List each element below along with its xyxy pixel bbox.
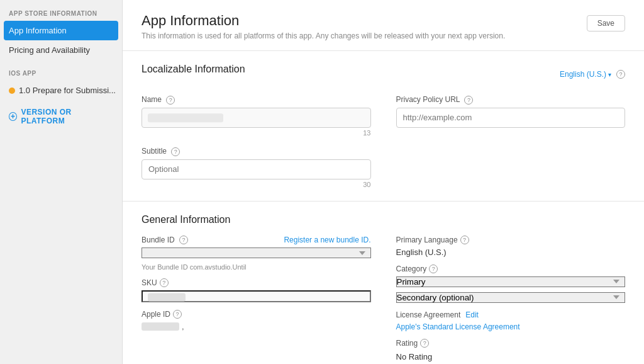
privacy-policy-url-input[interactable]: [396, 108, 626, 128]
localizable-fields: Name ? 13 Subtitle: [142, 95, 625, 188]
name-input[interactable]: [142, 108, 371, 128]
category-help-icon[interactable]: ?: [429, 264, 438, 273]
localizable-section: Localizable Information English (U.S.) ▾…: [123, 51, 644, 202]
bundle-id-select[interactable]: [142, 247, 371, 258]
category-label: Category ?: [396, 264, 626, 273]
subtitle-label: Subtitle ?: [142, 147, 371, 156]
primary-language-help-icon[interactable]: ?: [460, 236, 469, 244]
sidebar-section-ios-app: iOS App: [0, 60, 122, 81]
sku-group: SKU ?: [142, 278, 371, 302]
bundle-id-group: Bundle ID ? Register a new bundle ID. Yo…: [142, 236, 371, 271]
sku-label: SKU ?: [142, 278, 371, 287]
localizable-title: Localizable Information: [142, 64, 245, 75]
add-version-label: Version or Platform: [21, 108, 113, 125]
page-title: App Information: [142, 13, 505, 29]
sku-input[interactable]: [142, 290, 371, 302]
sidebar-version-item[interactable]: 1.0 Prepare for Submissi...: [0, 81, 122, 100]
lang-chevron-icon: ▾: [608, 71, 611, 78]
rating-group: Rating ? No Rating: [396, 339, 626, 363]
rating-label: Rating ?: [396, 339, 626, 348]
category-primary-select[interactable]: Primary: [396, 276, 626, 287]
general-left: Bundle ID ? Register a new bundle ID. Yo…: [142, 236, 371, 363]
rating-value: No Rating: [396, 351, 626, 363]
general-title: General Information: [142, 214, 625, 225]
apple-id-help-icon[interactable]: ?: [173, 310, 182, 319]
register-bundle-id-link[interactable]: Register a new bundle ID.: [284, 236, 370, 244]
localizable-right: Privacy Policy URL ?: [396, 95, 626, 188]
privacy-policy-url-help-icon[interactable]: ?: [464, 96, 473, 105]
license-agreement-label: License Agreement: [396, 310, 461, 319]
version-label: 1.0 Prepare for Submissi...: [19, 86, 116, 95]
bundle-id-row: Bundle ID ? Register a new bundle ID.: [142, 236, 371, 245]
subtitle-field-group: Subtitle ? 30: [142, 147, 371, 188]
sku-help-icon[interactable]: ?: [160, 278, 169, 287]
general-fields: Bundle ID ? Register a new bundle ID. Yo…: [142, 236, 625, 363]
license-row: License Agreement Edit: [396, 310, 626, 319]
primary-language-group: Primary Language ? English (U.S.): [396, 236, 626, 257]
add-version-icon: +: [9, 112, 17, 121]
sidebar-item-app-information[interactable]: App Information: [4, 21, 118, 40]
main-header: App Information This information is used…: [123, 0, 644, 51]
language-selector-label: English (U.S.): [560, 70, 606, 79]
name-field-group: Name ? 13: [142, 95, 371, 137]
privacy-policy-url-group: Privacy Policy URL ?: [396, 95, 626, 128]
apple-id-group: Apple ID ? ,: [142, 310, 371, 331]
category-secondary-select[interactable]: Secondary (optional): [396, 292, 626, 303]
bundle-id-note: Your Bundle ID com.avstudio.Until: [142, 263, 371, 271]
license-agreement-group: License Agreement Edit Apple's Standard …: [396, 310, 626, 331]
apple-id-comma: ,: [182, 322, 184, 331]
bundle-id-label: Bundle ID ?: [142, 236, 188, 245]
sidebar-add-version[interactable]: + Version or Platform: [0, 103, 122, 130]
name-help-icon[interactable]: ?: [166, 96, 175, 105]
name-char-count: 13: [142, 129, 371, 137]
sidebar-item-pricing-availability[interactable]: Pricing and Availability: [0, 40, 122, 60]
sku-input-wrapper: [142, 290, 371, 302]
apple-standard-license-link[interactable]: Apple's Standard License Agreement: [396, 322, 520, 331]
apple-id-value-row: ,: [142, 322, 371, 331]
localizable-help-icon[interactable]: ?: [616, 70, 625, 79]
save-button[interactable]: Save: [587, 15, 625, 31]
apple-id-label: Apple ID ?: [142, 310, 371, 319]
localizable-section-header: Localizable Information English (U.S.) ▾…: [142, 64, 625, 85]
page-description: This information is used for all platfor…: [142, 31, 505, 40]
bundle-id-help-icon[interactable]: ?: [179, 236, 188, 244]
category-group: Category ? Primary Secondary (optional): [396, 264, 626, 303]
subtitle-help-icon[interactable]: ?: [171, 147, 180, 156]
sidebar-section-store-info: App Store Information: [0, 0, 122, 21]
language-selector[interactable]: English (U.S.) ▾: [560, 70, 611, 79]
version-status-dot: [9, 88, 15, 94]
general-right: Primary Language ? English (U.S.) Catego…: [396, 236, 626, 363]
license-edit-link[interactable]: Edit: [465, 310, 479, 319]
primary-language-value: English (U.S.): [396, 247, 626, 257]
privacy-policy-url-label: Privacy Policy URL ?: [396, 95, 626, 105]
subtitle-input[interactable]: [142, 159, 371, 179]
rating-help-icon[interactable]: ?: [420, 339, 429, 348]
general-section: General Information Bundle ID ? Register…: [123, 202, 644, 364]
header-text-block: App Information This information is used…: [142, 13, 505, 40]
sidebar: App Store Information App Information Pr…: [0, 0, 123, 364]
name-input-wrapper: [142, 108, 371, 128]
main-content: App Information This information is used…: [123, 0, 644, 364]
name-label: Name ?: [142, 95, 371, 105]
apple-id-blurred-value: [142, 322, 179, 331]
localizable-left: Name ? 13 Subtitle: [142, 95, 371, 188]
subtitle-char-count: 30: [142, 181, 371, 188]
primary-language-label: Primary Language ?: [396, 236, 626, 244]
